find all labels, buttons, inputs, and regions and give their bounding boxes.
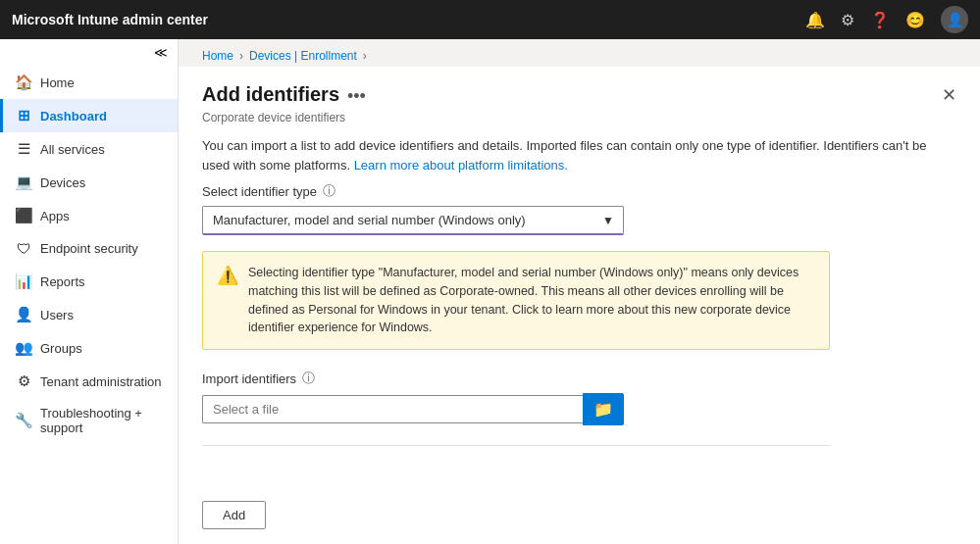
sidebar-label-home: Home (40, 75, 75, 90)
breadcrumb-sep1: › (239, 49, 243, 63)
avatar[interactable]: 👤 (941, 6, 968, 33)
panel-header: Add identifiers ••• ✕ (179, 67, 980, 111)
breadcrumb-enrollment[interactable]: Devices | Enrollment (249, 49, 357, 63)
sidebar-item-reports[interactable]: 📊 Reports (0, 265, 178, 298)
import-label: Import identifiers ⓘ (202, 370, 956, 387)
select-wrapper: Manufacturer, model and serial number (W… (202, 206, 624, 235)
users-icon: 👤 (15, 306, 32, 323)
sidebar-label-groups: Groups (40, 341, 82, 356)
file-input[interactable] (202, 395, 583, 423)
panel-body: You can import a list to add device iden… (179, 136, 980, 489)
sidebar-label-all-services: All services (40, 142, 105, 157)
panel: Add identifiers ••• ✕ Corporate device i… (179, 67, 980, 544)
topbar: Microsoft Intune admin center 🔔 ⚙ ❓ 😊 👤 (0, 0, 980, 39)
sidebar-item-apps[interactable]: ⬛ Apps (0, 199, 178, 232)
warning-box: ⚠️ Selecting identifier type "Manufactur… (202, 251, 830, 350)
panel-menu-dots-btn[interactable]: ••• (347, 86, 366, 107)
sidebar-item-devices[interactable]: 💻 Devices (0, 166, 178, 199)
select-info-icon[interactable]: ⓘ (323, 182, 335, 200)
panel-footer: Add (179, 489, 980, 541)
identifier-type-field: Select identifier type ⓘ Manufacturer, m… (202, 182, 956, 235)
tenant-icon: ⚙ (15, 372, 32, 390)
sidebar-label-users: Users (40, 308, 74, 322)
feedback-icon[interactable]: 😊 (905, 11, 925, 29)
sidebar-label-tenant: Tenant administration (40, 374, 162, 389)
add-button[interactable]: Add (202, 501, 266, 529)
breadcrumb-sep2: › (363, 49, 367, 63)
home-icon: 🏠 (15, 74, 32, 91)
sidebar-label-dashboard: Dashboard (40, 109, 107, 124)
sidebar-label-apps: Apps (40, 209, 70, 223)
sidebar-item-troubleshooting[interactable]: 🔧 Troubleshooting + support (0, 398, 178, 443)
select-label: Select identifier type ⓘ (202, 182, 956, 200)
sidebar-item-dashboard[interactable]: ⊞ Dashboard (0, 99, 178, 132)
sidebar: ≪ 🏠 Home ⊞ Dashboard ☰ All services 💻 De… (0, 39, 179, 544)
breadcrumb: Home › Devices | Enrollment › (179, 39, 980, 67)
warning-text: Selecting identifier type "Manufacturer,… (248, 264, 815, 337)
troubleshooting-icon: 🔧 (15, 412, 32, 429)
import-row: 📁 (202, 393, 624, 425)
bell-icon[interactable]: 🔔 (805, 11, 825, 29)
sidebar-label-endpoint: Endpoint security (40, 241, 138, 256)
sidebar-collapse-btn[interactable]: ≪ (0, 39, 178, 66)
app-title: Microsoft Intune admin center (12, 12, 805, 27)
import-label-text: Import identifiers (202, 371, 296, 386)
description-text: You can import a list to add device iden… (202, 136, 956, 174)
content-area: Home › Devices | Enrollment › Add identi… (179, 39, 980, 544)
sidebar-item-endpoint-security[interactable]: 🛡 Endpoint security (0, 232, 178, 265)
identifier-type-select[interactable]: Manufacturer, model and serial number (W… (202, 206, 624, 235)
sidebar-item-tenant-admin[interactable]: ⚙ Tenant administration (0, 365, 178, 398)
main-layout: ≪ 🏠 Home ⊞ Dashboard ☰ All services 💻 De… (0, 39, 980, 544)
dashboard-icon: ⊞ (15, 107, 32, 124)
panel-subtitle: Corporate device identifiers (179, 111, 980, 136)
breadcrumb-home[interactable]: Home (202, 49, 233, 63)
sidebar-item-all-services[interactable]: ☰ All services (0, 132, 178, 166)
groups-icon: 👥 (15, 339, 32, 357)
file-browse-button[interactable]: 📁 (583, 393, 624, 425)
panel-divider (202, 445, 830, 446)
import-identifiers-field: Import identifiers ⓘ 📁 (202, 370, 956, 425)
select-label-text: Select identifier type (202, 184, 317, 199)
topbar-icons: 🔔 ⚙ ❓ 😊 👤 (805, 6, 968, 33)
learn-more-link[interactable]: Learn more about platform limitations. (354, 158, 568, 173)
sidebar-label-reports: Reports (40, 274, 85, 289)
help-icon[interactable]: ❓ (870, 11, 890, 29)
panel-title-area: Add identifiers ••• (202, 82, 366, 107)
collapse-icon: ≪ (154, 45, 168, 60)
sidebar-item-home[interactable]: 🏠 Home (0, 66, 178, 99)
panel-title: Add identifiers (202, 83, 339, 106)
sidebar-label-devices: Devices (40, 175, 85, 190)
reports-icon: 📊 (15, 272, 32, 290)
import-info-icon[interactable]: ⓘ (302, 370, 315, 387)
sidebar-item-groups[interactable]: 👥 Groups (0, 331, 178, 365)
devices-icon: 💻 (15, 173, 32, 191)
settings-icon[interactable]: ⚙ (841, 11, 854, 29)
sidebar-label-troubleshooting: Troubleshooting + support (40, 406, 166, 435)
sidebar-item-users[interactable]: 👤 Users (0, 298, 178, 331)
warning-icon: ⚠️ (217, 265, 238, 337)
shield-icon: 🛡 (15, 240, 32, 257)
apps-icon: ⬛ (15, 207, 32, 224)
services-icon: ☰ (15, 140, 32, 158)
panel-close-btn[interactable]: ✕ (942, 84, 956, 106)
